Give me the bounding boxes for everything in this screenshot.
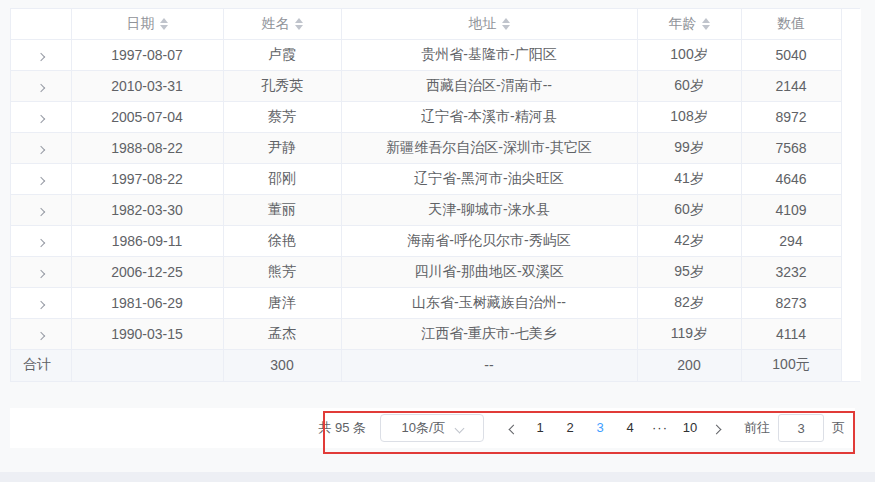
cell-date: 1986-09-11 <box>71 225 223 256</box>
summary-address: -- <box>341 349 637 381</box>
chevron-right-icon <box>37 269 45 277</box>
expand-row-button[interactable] <box>11 163 71 194</box>
expand-row-button[interactable] <box>11 70 71 101</box>
cell-value: 8972 <box>741 101 841 132</box>
cell-address: 新疆维吾尔自治区-深圳市-其它区 <box>341 132 637 163</box>
table-row: 1986-09-11徐艳海南省-呼伦贝尔市-秀屿区42岁294 <box>11 225 861 256</box>
cell-value: 294 <box>741 225 841 256</box>
table-row: 2010-03-31孔秀英西藏自治区-渭南市--60岁2144 <box>11 70 861 101</box>
cell-age: 41岁 <box>637 163 741 194</box>
chevron-right-icon <box>37 114 45 122</box>
cell-value: 4109 <box>741 194 841 225</box>
cell-name: 孟杰 <box>223 318 341 349</box>
expand-row-button[interactable] <box>11 132 71 163</box>
chevron-right-icon <box>37 207 45 215</box>
expand-row-button[interactable] <box>11 194 71 225</box>
cell-address: 西藏自治区-渭南市-- <box>341 70 637 101</box>
sort-ascending-icon[interactable] <box>702 18 710 23</box>
column-label: 年龄 <box>669 15 697 31</box>
chevron-right-icon <box>37 83 45 91</box>
pager-page-2[interactable]: 2 <box>555 414 585 442</box>
expand-row-button[interactable] <box>11 256 71 287</box>
cell-address: 山东省-玉树藏族自治州-- <box>341 287 637 318</box>
cell-value: 7568 <box>741 132 841 163</box>
column-header-date[interactable]: 日期 <box>71 9 223 39</box>
table-row: 2005-07-04蔡芳辽宁省-本溪市-精河县108岁8972 <box>11 101 861 132</box>
column-header-name[interactable]: 姓名 <box>223 9 341 39</box>
jumper-suffix-label: 页 <box>832 419 845 437</box>
sort-descending-icon[interactable] <box>160 25 168 30</box>
cell-age: 99岁 <box>637 132 741 163</box>
scrollbar-gutter <box>841 163 861 194</box>
sort-carets-icon[interactable] <box>502 18 510 30</box>
scrollbar-gutter <box>841 318 861 349</box>
cell-date: 1982-03-30 <box>71 194 223 225</box>
sort-descending-icon[interactable] <box>702 25 710 30</box>
cell-value: 8273 <box>741 287 841 318</box>
expand-row-button[interactable] <box>11 225 71 256</box>
page-jump-input[interactable] <box>778 414 824 442</box>
cell-date: 2010-03-31 <box>71 70 223 101</box>
table-row: 1990-03-15孟杰江西省-重庆市-七美乡119岁4114 <box>11 318 861 349</box>
sort-descending-icon[interactable] <box>502 25 510 30</box>
cell-date: 1981-06-29 <box>71 287 223 318</box>
expand-row-button[interactable] <box>11 287 71 318</box>
pager-more-icon[interactable]: ··· <box>645 414 675 442</box>
cell-age: 100岁 <box>637 39 741 70</box>
sort-carets-icon[interactable] <box>160 18 168 30</box>
cell-value: 2144 <box>741 70 841 101</box>
scrollbar-gutter <box>841 39 861 70</box>
expand-row-button[interactable] <box>11 101 71 132</box>
scrollbar-gutter <box>841 101 861 132</box>
cell-name: 蔡芳 <box>223 101 341 132</box>
pager: 1234···10 <box>525 414 705 442</box>
chevron-right-icon <box>37 52 45 60</box>
page-size-select[interactable]: 10条/页 <box>380 414 484 442</box>
prev-page-button[interactable] <box>502 414 525 442</box>
sort-carets-icon[interactable] <box>702 18 710 30</box>
sort-ascending-icon[interactable] <box>295 18 303 23</box>
scrollbar-gutter <box>841 287 861 318</box>
pager-page-1[interactable]: 1 <box>525 414 555 442</box>
expand-row-button[interactable] <box>11 318 71 349</box>
table-row: 1988-08-22尹静新疆维吾尔自治区-深圳市-其它区99岁7568 <box>11 132 861 163</box>
table-row: 1982-03-30董丽天津-聊城市-涞水县60岁4109 <box>11 194 861 225</box>
sort-ascending-icon[interactable] <box>160 18 168 23</box>
total-count: 共 95 条 <box>318 419 366 437</box>
column-label: 日期 <box>127 15 155 31</box>
pager-page-3[interactable]: 3 <box>585 414 615 442</box>
pager-page-4[interactable]: 4 <box>615 414 645 442</box>
bottom-strip <box>0 472 875 482</box>
cell-address: 辽宁省-本溪市-精河县 <box>341 101 637 132</box>
summary-row: 合计 300 -- 200 100元 <box>11 349 861 381</box>
table-row: 1981-06-29唐洋山东省-玉树藏族自治州--82岁8273 <box>11 287 861 318</box>
table-row: 1997-08-22邵刚辽宁省-黑河市-油尖旺区41岁4646 <box>11 163 861 194</box>
chevron-right-icon <box>37 145 45 153</box>
table-row: 1997-08-07卢霞贵州省-基隆市-广阳区100岁5040 <box>11 39 861 70</box>
sort-ascending-icon[interactable] <box>502 18 510 23</box>
pager-page-10[interactable]: 10 <box>675 414 705 442</box>
expand-row-button[interactable] <box>11 39 71 70</box>
cell-age: 60岁 <box>637 194 741 225</box>
data-table-card: 日期姓名地址年龄数值 1997-08-07卢霞贵州省-基隆市-广阳区100岁50… <box>10 8 860 382</box>
chevron-left-icon <box>509 424 519 434</box>
scrollbar-gutter <box>841 349 861 381</box>
scrollbar-gutter <box>841 70 861 101</box>
sort-descending-icon[interactable] <box>295 25 303 30</box>
cell-value: 3232 <box>741 256 841 287</box>
summary-value: 100元 <box>741 349 841 381</box>
column-header-value: 数值 <box>741 9 841 39</box>
cell-date: 1997-08-22 <box>71 163 223 194</box>
cell-value: 4114 <box>741 318 841 349</box>
column-header-address[interactable]: 地址 <box>341 9 637 39</box>
next-page-button[interactable] <box>705 414 728 442</box>
cell-date: 1997-08-07 <box>71 39 223 70</box>
cell-name: 董丽 <box>223 194 341 225</box>
cell-age: 82岁 <box>637 287 741 318</box>
scrollbar-gutter <box>841 194 861 225</box>
column-header-age[interactable]: 年龄 <box>637 9 741 39</box>
cell-value: 5040 <box>741 39 841 70</box>
cell-name: 唐洋 <box>223 287 341 318</box>
sort-carets-icon[interactable] <box>295 18 303 30</box>
column-label: 数值 <box>777 15 805 31</box>
